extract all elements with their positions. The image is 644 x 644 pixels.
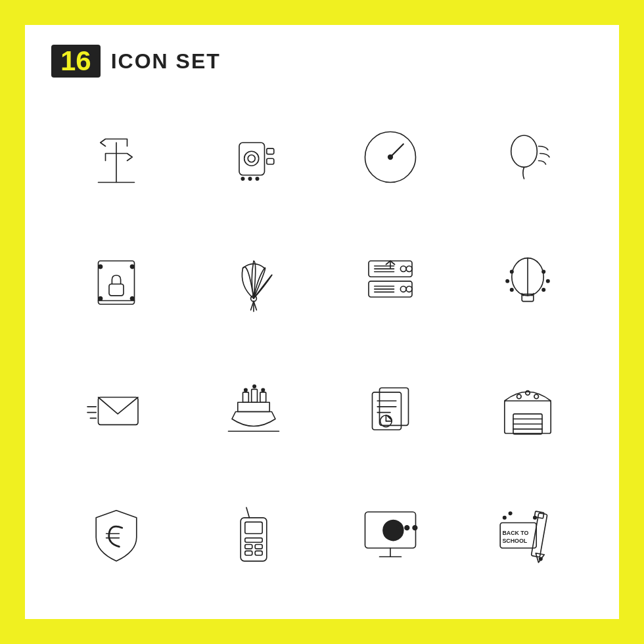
svg-point-76 (534, 394, 539, 399)
svg-rect-85 (245, 551, 252, 555)
ship-icon-cell (189, 348, 319, 467)
svg-point-91 (405, 526, 409, 530)
svg-rect-56 (260, 392, 266, 402)
svg-point-3 (244, 151, 258, 166)
back-to-school-icon-cell: BACK TO SCHOOL (463, 474, 593, 593)
shield-euro-icon (80, 497, 152, 570)
server-download-icon-cell (325, 223, 456, 342)
svg-rect-2 (239, 143, 265, 175)
hot-air-balloon-icon (492, 246, 564, 319)
compass-icon (354, 121, 426, 193)
inner-card: 16 ICON SET (25, 25, 619, 619)
fan-icon-cell (189, 223, 319, 342)
svg-rect-83 (245, 544, 252, 549)
report-icon-cell (325, 348, 456, 467)
svg-point-42 (510, 270, 513, 273)
video-camera-icon-cell (189, 97, 319, 216)
svg-rect-93 (531, 513, 547, 557)
svg-point-17 (131, 265, 135, 269)
server-download-icon (354, 246, 426, 319)
balloon-wind-icon (492, 121, 564, 193)
svg-point-13 (511, 135, 537, 167)
svg-point-35 (401, 286, 407, 292)
svg-text:SCHOOL: SCHOOL (502, 538, 527, 544)
svg-point-16 (99, 265, 103, 269)
header-title: ICON SET (111, 49, 221, 74)
outer-border: 16 ICON SET (13, 13, 631, 631)
svg-point-47 (542, 288, 545, 290)
svg-line-11 (390, 144, 403, 157)
signpost-icon-cell (51, 97, 182, 216)
svg-point-43 (542, 270, 545, 273)
svg-point-4 (248, 154, 255, 162)
video-camera-icon (218, 121, 290, 193)
svg-point-46 (510, 288, 513, 290)
header-number: 16 (51, 45, 101, 78)
svg-rect-62 (373, 392, 402, 429)
svg-point-58 (253, 384, 256, 387)
compass-icon-cell (325, 97, 456, 216)
email-send-icon-cell (51, 348, 182, 467)
svg-point-74 (517, 394, 521, 399)
header: 16 ICON SET (51, 45, 593, 78)
svg-point-9 (256, 177, 258, 179)
svg-rect-49 (99, 397, 139, 425)
fan-icon (218, 246, 290, 319)
monitor-game-icon (354, 497, 426, 570)
svg-rect-54 (242, 392, 248, 402)
svg-point-44 (506, 279, 509, 282)
garage-icon (492, 372, 564, 444)
signpost-icon (80, 121, 152, 193)
balloon-wind-icon-cell (463, 97, 593, 216)
ship-icon (218, 372, 290, 444)
svg-point-7 (241, 177, 244, 179)
svg-point-102 (539, 557, 541, 560)
svg-point-92 (413, 526, 417, 530)
walkie-talkie-icon (218, 497, 290, 570)
svg-point-45 (546, 279, 549, 282)
svg-point-36 (406, 286, 412, 292)
svg-point-12 (388, 154, 393, 159)
icons-grid: BACK TO SCHOOL (51, 97, 593, 593)
svg-rect-15 (109, 284, 124, 296)
hot-air-balloon-icon-cell (463, 223, 593, 342)
shield-euro-icon-cell (51, 474, 182, 593)
svg-rect-53 (238, 402, 269, 411)
email-send-icon (80, 372, 152, 444)
svg-point-100 (509, 512, 511, 515)
svg-point-57 (244, 388, 246, 391)
walkie-talkie-icon-cell (189, 474, 319, 593)
svg-line-80 (246, 507, 249, 517)
svg-point-8 (248, 177, 251, 179)
svg-point-30 (406, 265, 412, 271)
back-to-school-icon: BACK TO SCHOOL (492, 497, 564, 570)
svg-point-18 (99, 296, 103, 300)
svg-point-29 (401, 265, 407, 271)
svg-rect-14 (99, 261, 135, 304)
svg-rect-6 (267, 158, 274, 164)
locked-file-icon-cell (51, 223, 182, 342)
svg-point-59 (262, 388, 264, 391)
svg-point-101 (534, 516, 536, 518)
svg-rect-81 (245, 522, 262, 534)
svg-rect-86 (255, 551, 262, 555)
svg-rect-5 (267, 148, 274, 154)
report-icon (354, 372, 426, 444)
svg-rect-84 (255, 544, 262, 549)
svg-rect-55 (251, 389, 257, 402)
svg-point-99 (503, 516, 505, 518)
locked-file-icon (80, 246, 152, 319)
svg-point-90 (397, 526, 402, 530)
monitor-game-icon-cell (325, 474, 456, 593)
svg-rect-82 (245, 538, 262, 542)
svg-point-19 (131, 296, 135, 300)
svg-text:BACK TO: BACK TO (502, 530, 528, 536)
garage-icon-cell (463, 348, 593, 467)
